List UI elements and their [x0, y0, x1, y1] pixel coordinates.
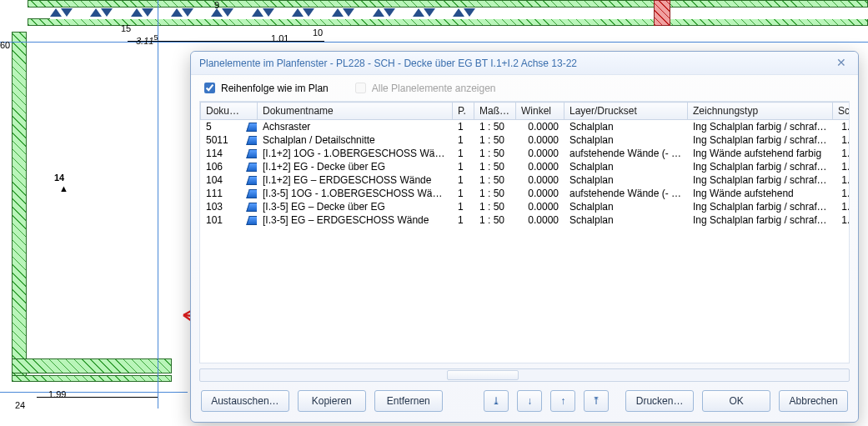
cell-pos: 1	[453, 160, 474, 173]
cell-pos: 1	[453, 133, 474, 147]
cell-layer: aufstehende Wände (- - -)	[564, 147, 688, 160]
move-up-button[interactable]: ↑	[550, 390, 575, 412]
col-font[interactable]: Schrift…	[833, 103, 850, 120]
cell-angle: 0.0000	[516, 200, 564, 213]
cancel-button[interactable]: Abbrechen	[779, 390, 848, 412]
move-down-icon: ↓	[527, 395, 532, 407]
dialog-buttons: Austauschen… Kopieren Entfernen ⤓ ↓ ↑ ⤒ …	[191, 382, 858, 422]
col-doc-no[interactable]: Doku…	[201, 103, 258, 120]
col-draw-type[interactable]: Zeichnungstyp	[688, 103, 833, 120]
dim-10: 10	[313, 28, 323, 38]
dialog-toolbar: Reihenfolge wie im Plan Alle Planelement…	[191, 75, 858, 98]
cell-pos: 1	[453, 173, 474, 187]
col-scale[interactable]: Maß…	[474, 103, 516, 120]
move-bottom-button[interactable]: ⤓	[484, 390, 509, 412]
print-button[interactable]: Drucken…	[625, 390, 694, 412]
cell-doc-icon	[243, 200, 258, 213]
cell-doc-no: 5011	[201, 133, 243, 147]
label-14: 14	[54, 173, 64, 183]
cell-doc-name: [I.3-5] 1OG - 1.OBERGESCHOSS Wände	[258, 187, 453, 200]
cell-layer: Schalplan	[564, 120, 688, 134]
col-angle[interactable]: Winkel	[516, 103, 564, 120]
plan-elements-dialog: Planelemente im Planfenster - PL228 - SC…	[190, 51, 859, 423]
document-icon	[246, 136, 257, 145]
remove-button[interactable]: Entfernen	[374, 390, 443, 412]
table-row[interactable]: 104[I.1+2] EG – ERDGESCHOSS Wände11 : 50…	[201, 173, 850, 187]
cell-pos: 1	[453, 200, 474, 213]
dim-9: 9	[214, 0, 219, 10]
cell-scale: 1 : 50	[474, 120, 516, 134]
cell-pos: 1	[453, 187, 474, 200]
checkbox-order-as-plan-input[interactable]	[204, 83, 215, 93]
document-icon	[246, 149, 257, 158]
cell-font: 1.0000	[833, 200, 850, 213]
cell-doc-icon	[243, 160, 258, 173]
cell-font: 1.0000	[833, 213, 850, 227]
table-row[interactable]: 111[I.3-5] 1OG - 1.OBERGESCHOSS Wände11 …	[201, 187, 850, 200]
checkbox-show-all-label: Alle Planelemente anzeigen	[372, 83, 496, 94]
move-up-icon: ↑	[560, 395, 565, 407]
dim-15: 15	[121, 23, 131, 33]
document-icon	[246, 203, 257, 212]
cell-angle: 0.0000	[516, 187, 564, 200]
table-row[interactable]: 5Achsraster11 : 500.0000SchalplanIng Sch…	[201, 120, 850, 134]
cell-doc-name: [I.1+2] EG - Decke über EG	[258, 160, 453, 173]
cell-doc-no: 111	[201, 187, 243, 200]
cell-doc-no: 101	[201, 213, 243, 227]
cell-pos: 1	[453, 213, 474, 227]
col-pos[interactable]: P.	[453, 103, 474, 120]
cell-angle: 0.0000	[516, 147, 564, 160]
cell-type: Ing Schalplan farbig / schraffur	[688, 213, 833, 227]
table-row[interactable]: 101[I.3-5] EG – ERDGESCHOSS Wände11 : 50…	[201, 213, 850, 227]
ok-button[interactable]: OK	[702, 390, 770, 412]
cell-angle: 0.0000	[516, 173, 564, 187]
scrollbar-thumb[interactable]	[447, 370, 519, 380]
cell-scale: 1 : 50	[474, 133, 516, 147]
table-row[interactable]: 5011Schalplan / Detailschnitte11 : 500.0…	[201, 133, 850, 147]
cell-scale: 1 : 50	[474, 213, 516, 227]
table-row[interactable]: 103[I.3-5] EG – Decke über EG11 : 500.00…	[201, 200, 850, 213]
move-down-button[interactable]: ↓	[517, 390, 542, 412]
move-top-icon: ⤒	[592, 395, 600, 407]
horizontal-scrollbar[interactable]	[199, 368, 850, 382]
cell-layer: Schalplan	[564, 213, 688, 227]
col-layer[interactable]: Layer/Druckset	[564, 103, 688, 120]
document-icon	[246, 176, 257, 185]
close-icon[interactable]: ✕	[833, 55, 850, 72]
cell-type: Ing Schalplan farbig / schraffur	[688, 120, 833, 134]
cell-doc-icon	[243, 133, 258, 147]
cell-doc-no: 104	[201, 173, 243, 187]
checkbox-show-all: Alle Planelemente anzeigen	[352, 80, 496, 96]
cell-layer: Schalplan	[564, 200, 688, 213]
document-icon	[246, 189, 257, 198]
cell-font: 1.0000	[833, 133, 850, 147]
cell-doc-icon	[243, 187, 258, 200]
cell-scale: 1 : 50	[474, 187, 516, 200]
cell-font: 1.0000	[833, 147, 850, 160]
dim-60: 60	[0, 40, 10, 50]
cell-scale: 1 : 50	[474, 160, 516, 173]
move-top-button[interactable]: ⤒	[584, 390, 609, 412]
cell-font: 1.0000	[833, 120, 850, 134]
cell-doc-icon	[243, 173, 258, 187]
table-header-row[interactable]: Doku… Dokumentname P. Maß… Winkel Layer/…	[201, 103, 850, 120]
replace-button[interactable]: Austauschen…	[201, 390, 289, 412]
dialog-titlebar[interactable]: Planelemente im Planfenster - PL228 - SC…	[191, 52, 858, 75]
cell-doc-no: 5	[201, 120, 243, 134]
table-row[interactable]: 114[I.1+2] 1OG - 1.OBERGESCHOSS Wände11 …	[201, 147, 850, 160]
cell-pos: 1	[453, 147, 474, 160]
plan-elements-table[interactable]: Doku… Dokumentname P. Maß… Winkel Layer/…	[199, 101, 850, 363]
checkbox-order-as-plan[interactable]: Reihenfolge wie im Plan	[201, 80, 329, 96]
cell-doc-icon	[243, 147, 258, 160]
cell-layer: Schalplan	[564, 160, 688, 173]
cell-scale: 1 : 50	[474, 200, 516, 213]
cell-doc-name: [I.3-5] EG – Decke über EG	[258, 200, 453, 213]
table-row[interactable]: 106[I.1+2] EG - Decke über EG11 : 500.00…	[201, 160, 850, 173]
cell-doc-icon	[243, 120, 258, 134]
col-doc-name[interactable]: Dokumentname	[258, 103, 453, 120]
cell-type: Ing Schalplan farbig / schraffur	[688, 133, 833, 147]
copy-button[interactable]: Kopieren	[298, 390, 366, 412]
cell-doc-no: 103	[201, 200, 243, 213]
checkbox-order-as-plan-label: Reihenfolge wie im Plan	[221, 83, 329, 94]
cell-doc-no: 114	[201, 147, 243, 160]
